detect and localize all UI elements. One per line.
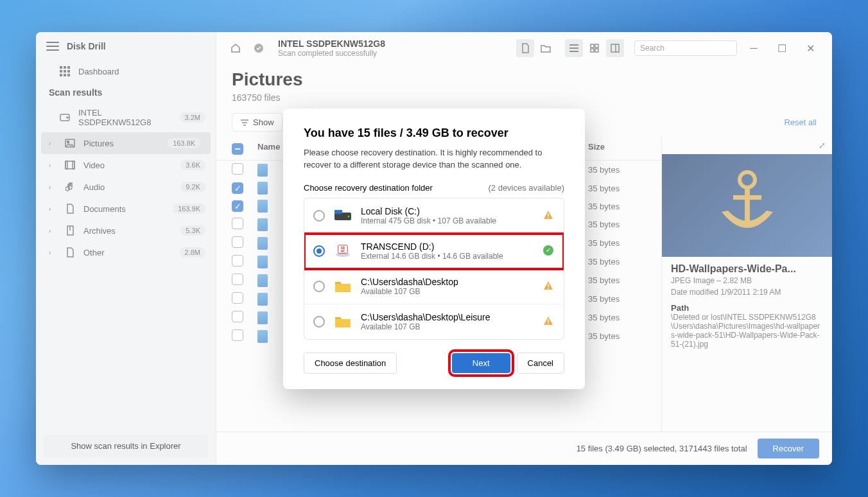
row-checkbox[interactable] — [232, 255, 243, 266]
row-checkbox[interactable]: ✓ — [232, 182, 243, 194]
row-checkbox[interactable] — [232, 274, 243, 285]
drive-icon — [59, 112, 71, 123]
svg-text:HC: HC — [341, 249, 345, 252]
topbar-title: INTEL SSDPEKNW512G8 — [278, 39, 385, 49]
svg-point-33 — [740, 172, 755, 187]
popout-icon[interactable]: ⤢ — [819, 141, 826, 150]
sidebar-item-count: 2.8M — [180, 247, 205, 257]
row-checkbox[interactable]: ✓ — [232, 200, 243, 212]
svg-rect-19 — [569, 44, 578, 46]
destination-item[interactable]: C:\Users\dasha\Desktop\Leisure Available… — [304, 304, 564, 339]
row-size: 35 bytes — [588, 275, 646, 285]
destination-radio[interactable] — [313, 281, 325, 292]
file-icon — [257, 200, 268, 213]
preview-modified: Date modified 1/9/2011 2:19 AM — [662, 288, 832, 299]
search-box[interactable] — [634, 40, 737, 56]
view-files-icon[interactable] — [516, 39, 534, 57]
sidebar-dashboard[interactable]: Dashboard — [36, 60, 216, 82]
destination-item[interactable]: Local Disk (C:) Internal 475 GB disk • 1… — [304, 198, 564, 234]
destination-item[interactable]: SDHC TRANSCEND (D:) External 14.6 GB dis… — [304, 234, 564, 269]
sidebar-item-count: 9.2K — [180, 182, 205, 192]
app-title: Disk Drill — [67, 41, 106, 51]
modal-description: Please choose recovery destination. It i… — [304, 146, 564, 171]
cancel-button[interactable]: Cancel — [517, 353, 564, 374]
sidebar-item-documents[interactable]: › Documents 163.9K — [36, 198, 216, 220]
destination-sub: Internal 475 GB disk • 107 GB available — [361, 216, 535, 225]
view-list-icon[interactable] — [565, 39, 583, 57]
destination-radio[interactable] — [313, 245, 325, 257]
select-all-checkbox[interactable] — [232, 143, 243, 155]
svg-rect-45 — [548, 284, 549, 287]
svg-point-38 — [348, 215, 350, 217]
svg-rect-5 — [67, 70, 70, 73]
sidebar-item-archives[interactable]: › Archives 5.3K — [36, 220, 216, 241]
next-button[interactable]: Next — [452, 353, 510, 373]
row-checkbox[interactable] — [232, 311, 243, 322]
sidebar-item-label: Video — [83, 161, 173, 170]
col-size[interactable]: Size — [588, 142, 646, 155]
view-folders-icon[interactable] — [537, 39, 555, 57]
svg-rect-4 — [64, 70, 66, 73]
menu-icon[interactable] — [46, 42, 59, 51]
show-in-explorer-button[interactable]: Show scan results in Explorer — [44, 435, 208, 457]
row-size: 35 bytes — [588, 202, 646, 211]
svg-rect-7 — [64, 74, 66, 76]
svg-rect-34 — [745, 186, 750, 225]
row-checkbox[interactable] — [232, 218, 243, 229]
warning-icon — [543, 281, 553, 291]
svg-rect-22 — [591, 44, 594, 48]
view-preview-icon[interactable] — [606, 39, 624, 57]
row-size: 35 bytes — [588, 294, 646, 304]
show-filter-button[interactable]: Show — [232, 113, 282, 132]
sidebar-drive-count: 3.2M — [180, 112, 205, 123]
svg-rect-37 — [334, 210, 342, 214]
minimize-button[interactable]: ─ — [742, 39, 765, 57]
sidebar-item-count: 163.9K — [173, 204, 205, 214]
svg-point-12 — [67, 141, 69, 143]
modal-sub-label: Choose recovery destination folder — [304, 183, 433, 193]
file-icon — [257, 274, 268, 287]
sidebar-drive[interactable]: INTEL SSDPEKNW512G8 3.2M — [36, 103, 216, 132]
home-icon[interactable] — [227, 39, 245, 57]
view-grid-icon[interactable] — [586, 39, 603, 57]
topbar-subtitle: Scan completed successfully — [278, 49, 385, 58]
topbar: INTEL SSDPEKNW512G8 Scan completed succe… — [216, 32, 832, 64]
sidebar-item-pictures[interactable]: › Pictures 163.8K — [41, 132, 211, 154]
recovery-destination-modal: You have 15 files / 3.49 GB to recover P… — [283, 109, 585, 389]
svg-rect-14 — [65, 161, 67, 169]
status-ok-icon — [250, 39, 268, 57]
recover-button[interactable]: Recover — [758, 439, 819, 458]
close-button[interactable]: ✕ — [799, 39, 822, 57]
destination-radio[interactable] — [313, 316, 325, 327]
row-size: 35 bytes — [588, 165, 646, 175]
svg-rect-6 — [60, 74, 62, 76]
disk-icon — [333, 207, 353, 225]
row-checkbox[interactable] — [232, 292, 243, 304]
sidebar-dashboard-label: Dashboard — [78, 67, 205, 76]
search-input[interactable] — [640, 44, 736, 53]
sidebar-item-audio[interactable]: › Audio 9.2K — [36, 176, 216, 198]
destination-name: C:\Users\dasha\Desktop\Leisure — [361, 312, 535, 322]
sidebar-item-video[interactable]: › Video 3.6K — [36, 154, 216, 176]
svg-rect-48 — [548, 323, 549, 324]
maximize-button[interactable]: ☐ — [770, 39, 794, 57]
chevron-right-icon: › — [49, 205, 56, 213]
sidebar-item-other[interactable]: › Other 2.8M — [36, 241, 216, 263]
archives-icon — [64, 225, 76, 236]
destination-name: C:\Users\dasha\Desktop — [361, 277, 535, 287]
choose-destination-button[interactable]: Choose destination — [304, 353, 397, 374]
svg-rect-46 — [548, 288, 549, 289]
row-checkbox[interactable] — [232, 236, 243, 248]
destination-radio[interactable] — [313, 210, 325, 222]
sidebar-item-count: 5.3K — [180, 225, 205, 236]
reset-all-link[interactable]: Reset all — [784, 118, 817, 127]
audio-icon — [64, 181, 76, 193]
destination-item[interactable]: C:\Users\dasha\Desktop Available 107 GB — [304, 269, 564, 304]
page-title: Pictures — [232, 69, 817, 90]
sidebar-section-title: Scan results — [36, 82, 216, 103]
row-checkbox[interactable] — [232, 329, 243, 341]
row-checkbox[interactable] — [232, 163, 243, 175]
row-size: 35 bytes — [588, 220, 646, 229]
sidebar-item-label: Archives — [83, 226, 173, 236]
status-text: 15 files (3.49 GB) selected, 3171443 fil… — [577, 444, 747, 453]
